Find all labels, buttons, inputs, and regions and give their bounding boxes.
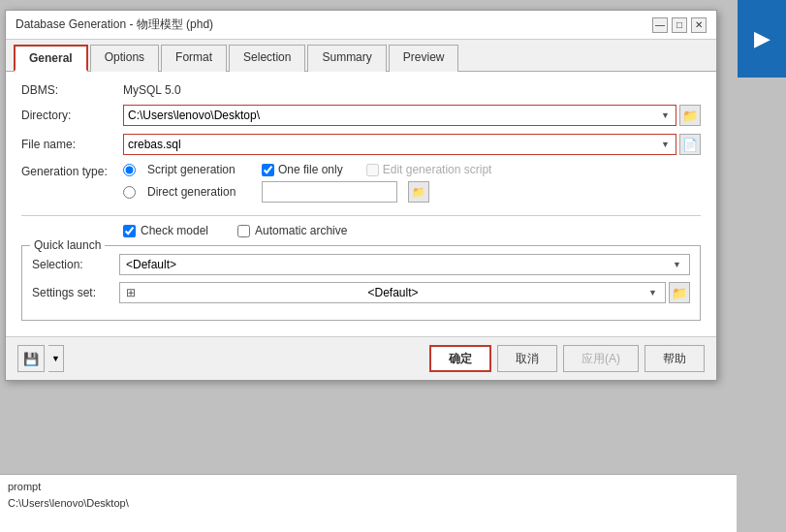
settings-browse-button[interactable]: 📁 (669, 282, 690, 303)
close-button[interactable]: ✕ (691, 17, 707, 33)
settings-combo[interactable]: ⊞ <Default> ▼ (119, 282, 666, 303)
edit-gen-script-checkbox[interactable] (366, 164, 379, 176)
direct-gen-input[interactable] (262, 181, 397, 203)
one-file-only-label: One file only (278, 163, 343, 176)
tab-bar: General Options Format Selection Summary… (6, 40, 716, 72)
button-group-left: 💾 ▼ (17, 345, 64, 372)
filename-browse-button[interactable]: 📄 (679, 134, 701, 155)
check-model-item: Check model (123, 224, 208, 237)
selection-row: Selection: <Default> ▼ (32, 254, 690, 275)
filename-combo[interactable]: ▼ (123, 134, 676, 155)
tab-options[interactable]: Options (90, 45, 159, 72)
selection-label: Selection: (32, 258, 119, 271)
save-icon-button[interactable]: 💾 (17, 345, 45, 372)
dropdown-arrow-icon: ▼ (51, 354, 60, 363)
direct-gen-row: Direct generation 📁 (123, 181, 701, 203)
directory-label: Directory: (21, 109, 123, 122)
quick-launch-title: Quick launch (30, 238, 105, 252)
dbms-label: DBMS: (21, 83, 123, 97)
direct-gen-browse-button[interactable]: 📁 (408, 181, 429, 203)
settings-combo-arrow: ▼ (646, 288, 659, 297)
one-file-only-checkbox[interactable] (262, 164, 274, 176)
tab-general[interactable]: General (14, 45, 88, 72)
file-icon: 📄 (682, 138, 698, 152)
console-line2: C:\Users\lenovo\Desktop\ (8, 495, 729, 512)
direct-gen-radio[interactable] (123, 186, 136, 199)
auto-archive-label: Automatic archive (255, 224, 347, 237)
save-dropdown-button[interactable]: ▼ (48, 345, 64, 372)
dbms-value: MySQL 5.0 (123, 83, 181, 97)
directory-combo-arrow: ▼ (659, 110, 672, 120)
settings-grid-icon: ⊞ (126, 286, 136, 299)
dbms-row: DBMS: MySQL 5.0 (21, 83, 701, 97)
selection-combo[interactable]: <Default> ▼ (119, 254, 690, 275)
console-line1: prompt (8, 479, 729, 495)
minimize-button[interactable]: — (652, 17, 668, 33)
button-bar: 💾 ▼ 确定 取消 应用(A) 帮助 (6, 336, 716, 380)
selection-value: <Default> (126, 258, 176, 271)
tab-summary[interactable]: Summary (307, 45, 386, 72)
title-bar-controls: — □ ✕ (652, 17, 707, 33)
auto-archive-checkbox[interactable] (237, 225, 250, 237)
check-row: Check model Automatic archive (123, 224, 701, 237)
button-group-right: 确定 取消 应用(A) 帮助 (429, 345, 705, 372)
directory-row: Directory: ▼ 📁 (21, 105, 701, 126)
script-gen-row: Script generation One file only Edit gen… (123, 163, 701, 176)
filename-label: File name: (21, 138, 123, 151)
directory-combo[interactable]: ▼ (123, 105, 676, 126)
tab-selection[interactable]: Selection (229, 45, 305, 72)
filename-row: File name: ▼ 📄 (21, 134, 701, 155)
edit-gen-script-wrap: Edit generation script (366, 163, 492, 176)
tab-preview[interactable]: Preview (389, 45, 459, 72)
cancel-button[interactable]: 取消 (497, 345, 557, 372)
filename-combo-arrow: ▼ (659, 140, 672, 149)
ok-button[interactable]: 确定 (429, 345, 491, 372)
edit-gen-script-label: Edit generation script (383, 163, 492, 176)
script-gen-label: Script generation (147, 163, 254, 176)
settings-folder-icon: 📁 (672, 286, 687, 300)
filename-input[interactable] (128, 138, 659, 151)
dialog-title: Database Generation - 物理模型 (phd) (16, 16, 213, 33)
selection-combo-arrow: ▼ (671, 260, 683, 269)
auto-archive-item: Automatic archive (237, 224, 347, 237)
tab-format[interactable]: Format (161, 45, 227, 72)
quick-launch-group: Quick launch Selection: <Default> ▼ Sett… (21, 245, 701, 321)
gen-type-options: Script generation One file only Edit gen… (123, 163, 701, 207)
directory-input[interactable] (128, 109, 659, 122)
title-bar: Database Generation - 物理模型 (phd) — □ ✕ (6, 11, 716, 40)
tab-content: DBMS: MySQL 5.0 Directory: ▼ 📁 File name… (6, 72, 716, 336)
directory-browse-button[interactable]: 📁 (679, 105, 701, 126)
settings-row: Settings set: ⊞ <Default> ▼ 📁 (32, 282, 690, 303)
console-area: prompt C:\Users\lenovo\Desktop\ (0, 474, 737, 532)
settings-label: Settings set: (32, 286, 119, 299)
script-gen-radio[interactable] (123, 164, 136, 176)
maximize-button[interactable]: □ (672, 17, 687, 33)
apply-button[interactable]: 应用(A) (563, 345, 639, 372)
help-button[interactable]: 帮助 (645, 345, 705, 372)
check-model-checkbox[interactable] (123, 225, 136, 237)
directory-control-wrap: ▼ 📁 (123, 105, 701, 126)
generation-type-row: Generation type: Script generation One f… (21, 163, 701, 207)
folder-icon: 📁 (682, 109, 698, 123)
small-folder-icon: 📁 (412, 186, 425, 199)
settings-value: <Default> (368, 286, 419, 299)
database-generation-dialog: Database Generation - 物理模型 (phd) — □ ✕ G… (5, 10, 717, 381)
direct-gen-label: Direct generation (147, 185, 254, 199)
one-file-only-wrap: One file only (262, 163, 343, 176)
filename-control-wrap: ▼ 📄 (123, 134, 701, 155)
check-model-label: Check model (141, 224, 208, 237)
gen-type-label: Generation type: (21, 163, 123, 178)
blue-arrow-icon: ▶ (738, 0, 786, 78)
divider-1 (21, 215, 701, 216)
save-icon: 💾 (23, 352, 39, 366)
